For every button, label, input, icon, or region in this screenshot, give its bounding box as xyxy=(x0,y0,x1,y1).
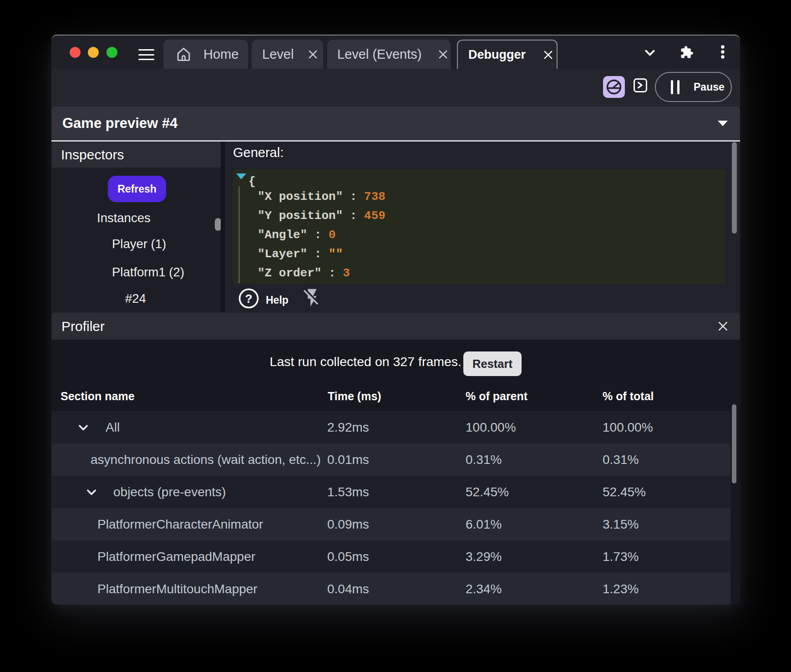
svg-text:?: ? xyxy=(245,292,253,305)
